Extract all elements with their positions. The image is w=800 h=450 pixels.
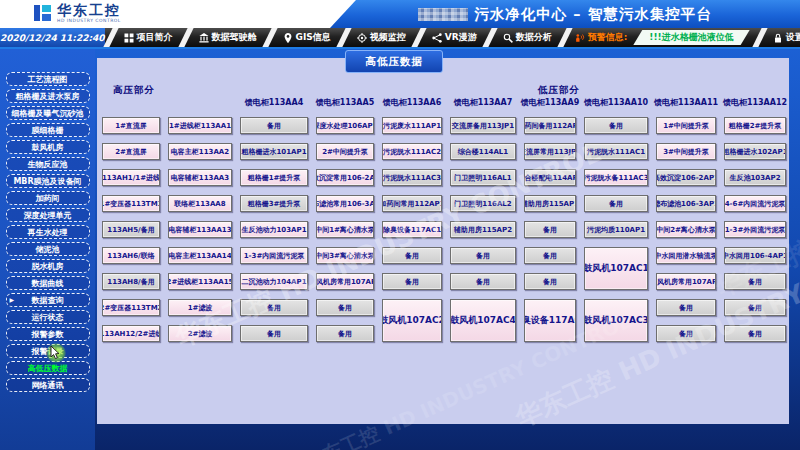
sidebar-item-sludge-storage-tank[interactable]: 储泥池 xyxy=(6,242,90,256)
power-cell: 2#中间提升泵 xyxy=(316,143,374,160)
power-cell: 滤布滤池常用106-3AP1 xyxy=(316,195,374,212)
sidebar-item-alarm-parameters[interactable]: 报警参数 xyxy=(6,327,90,341)
power-cell: 113AH5/备用 xyxy=(102,221,160,238)
nav-item-label: 视频监控 xyxy=(370,31,406,44)
sidebar-item-process-flow-diagram[interactable]: 工艺流程图 xyxy=(6,72,90,86)
sidebar-item-network-comm[interactable]: 网络通讯 xyxy=(6,378,90,392)
power-cell: 污泥脱水备111AC3 xyxy=(584,169,648,186)
top-nav-bar: 2020/12/24 11:22:40 项目简介数据驾驶舱GIS信息视频监控VR… xyxy=(0,28,800,49)
share-icon xyxy=(432,33,442,43)
power-cell: 污泥均质110AP1 xyxy=(584,221,648,238)
sidebar-item-running-status[interactable]: 运行状态 xyxy=(6,310,90,324)
power-cell: 中水回用潜水轴流泵 xyxy=(656,247,716,264)
power-cabinet-grid: 1#直流屏2#直流屏113AH1/1#进线1#变压器113TM1113AH5/备… xyxy=(102,96,786,342)
scada-screen: 华东工控 HD INDUSTRY CONTROL 污水净化中心 – 智慧污水集控… xyxy=(0,0,800,450)
sidebar-item-data-query[interactable]: ▶数据查询 xyxy=(6,293,90,307)
power-cell: 113AH8/备用 xyxy=(102,273,160,290)
logo-text: 华东工控 xyxy=(57,3,121,17)
power-cell: 备用 xyxy=(724,273,786,290)
sidebar-item-label: 鼓风机房 xyxy=(32,142,64,153)
sidebar-item-label: 报警参数 xyxy=(32,329,64,340)
feeder-column-header: 馈电柜113AA6 xyxy=(382,96,442,108)
sidebar-item-mbr-tank-equipment[interactable]: MBR膜池及设备间 xyxy=(6,174,90,188)
nav-item-project-intro[interactable]: 项目简介 xyxy=(117,28,180,47)
sidebar-item-label: 高低压数据 xyxy=(28,363,68,374)
sidebar-item-advanced-treatment-unit[interactable]: 深度处理单元 xyxy=(6,208,90,222)
settings-button[interactable]: 设置 xyxy=(766,28,800,47)
nav-item-data-analysis[interactable]: 数据分析 xyxy=(496,28,559,47)
nav-item-vr-tour[interactable]: VR漫游 xyxy=(425,28,484,47)
sidebar-item-label: 数据曲线 xyxy=(32,278,64,289)
feeder-column-header: 馈电柜113AA9 xyxy=(524,96,576,108)
power-cell: 门卫照明116AL1 xyxy=(450,169,516,186)
nav-item-gis-info[interactable]: GIS信息 xyxy=(276,28,338,47)
feeder-column-header: 馈电柜113AA11 xyxy=(656,96,716,108)
power-cell: 粗格栅2#提升泵 xyxy=(724,117,786,134)
power-cell: 二沉池动力104AP1 xyxy=(240,273,308,290)
alarm-icon xyxy=(575,33,585,43)
power-cell: 生反池103AP2 xyxy=(724,169,786,186)
power-cell: 电容主柜113AA14 xyxy=(168,247,232,264)
sidebar-item-data-curve[interactable]: 数据曲线 xyxy=(6,276,90,290)
content-area: 工艺流程图粗格栅及进水泵房细格栅及曝气沉砂池膜细格栅鼓风机房生物反应池MBR膜池… xyxy=(0,49,800,450)
power-cell: 高效沉淀106-2AP1 xyxy=(656,169,716,186)
nav-item-video-monitor[interactable]: 视频监控 xyxy=(350,28,413,47)
grid-icon xyxy=(124,33,134,43)
power-cell: 污泥脱水111AC2 xyxy=(382,143,442,160)
sidebar-item-reclaimed-water-treatment[interactable]: 再生水处理 xyxy=(6,225,90,239)
power-cell: 1#直流屏 xyxy=(102,117,160,134)
sidebar-item-dosing-room[interactable]: 加药间 xyxy=(6,191,90,205)
power-cell: 加药间常用112AP1 xyxy=(382,195,442,212)
power-cell: 鼓风机房常用107AP1 xyxy=(316,273,374,290)
power-cell: 1#进线柜113AA1 xyxy=(168,117,232,134)
sidebar-item-dewatering-room[interactable]: 脱水机房 xyxy=(6,259,90,273)
sidebar-item-label: 脱水机房 xyxy=(32,261,64,272)
power-cell: 中间3#离心清水泵 xyxy=(316,247,374,264)
sidebar-item-label: 数据查询 xyxy=(32,295,64,306)
power-cell: 备用 xyxy=(382,273,442,290)
page-title-badge: 高低压数据 xyxy=(345,50,443,73)
power-cell: 除臭设备117AC1 xyxy=(382,221,442,238)
sidebar-item-coarse-screen-inlet-pump-house[interactable]: 粗格栅及进水泵房 xyxy=(6,89,90,103)
sidebar-item-bio-reactor-tank[interactable]: 生物反应池 xyxy=(6,157,90,171)
power-cell: 备用 xyxy=(584,195,648,212)
power-cell: 电容主柜113AA2 xyxy=(168,143,232,160)
power-cell: 深度水处理106AP1 xyxy=(316,117,374,134)
power-cell: 备用 xyxy=(656,325,716,342)
power-cell: 备用 xyxy=(450,247,516,264)
power-cell: 备用 xyxy=(656,299,716,316)
power-cell: 备用 xyxy=(584,117,648,134)
power-cell: 备用 xyxy=(724,299,786,316)
power-cell: 备用 xyxy=(724,325,786,342)
power-cell: 污泥脱水111AC1 xyxy=(584,143,648,160)
sidebar-item-label: 报警记录 xyxy=(32,346,64,357)
power-cell: 污泥脱水111AC3 xyxy=(382,169,442,186)
sidebar-item-membrane-fine-screen[interactable]: 膜细格栅 xyxy=(6,123,90,137)
location-icon xyxy=(283,33,293,43)
power-cell: 生反池动力103AP1 xyxy=(240,221,308,238)
target-icon xyxy=(357,33,367,43)
power-cell: 综合楼114AL1 xyxy=(450,143,516,160)
alarm-zone: 预警信息: !!!进水格栅池液位低 xyxy=(571,28,754,47)
alarm-message-box[interactable]: !!!进水格栅池液位低 xyxy=(633,30,749,45)
power-cell: 2#进线柜113AA15 xyxy=(168,273,232,290)
title-banner: 污水净化中心 – 智慧污水集控平台 xyxy=(330,0,800,28)
sidebar-item-blower-room[interactable]: 鼓风机房 xyxy=(6,140,90,154)
power-cell: 粗格栅3#提升泵 xyxy=(240,195,308,212)
power-cell: 备用 xyxy=(240,117,308,134)
sidebar-item-fine-screen-grit-chamber[interactable]: 细格栅及曝气沉砂池 xyxy=(6,106,90,120)
power-cell: 粗格栅进水101AP1 xyxy=(240,143,308,160)
feeder-column-header: 馈电柜113AA10 xyxy=(584,96,648,108)
power-cell: 2#滤波 xyxy=(168,325,232,342)
power-cell: 备用 xyxy=(316,299,374,316)
feeder-column-header: 馈电柜113AA4 xyxy=(240,96,308,108)
power-cell: 备用 xyxy=(524,221,576,238)
power-cell: 辅助用房115AP2 xyxy=(450,221,516,238)
power-cell: 备用 xyxy=(240,299,308,316)
nav-item-data-cockpit[interactable]: 数据驾驶舱 xyxy=(192,28,264,47)
sidebar-item-hv-lv-data[interactable]: 高低压数据 xyxy=(6,361,90,375)
top-header: 华东工控 HD INDUSTRY CONTROL 污水净化中心 – 智慧污水集控… xyxy=(0,0,800,28)
sidebar-item-alarm-records[interactable]: 报警记录 xyxy=(6,344,90,358)
power-cell: 备用 xyxy=(316,325,374,342)
sidebar-item-label: 膜细格栅 xyxy=(32,125,64,136)
